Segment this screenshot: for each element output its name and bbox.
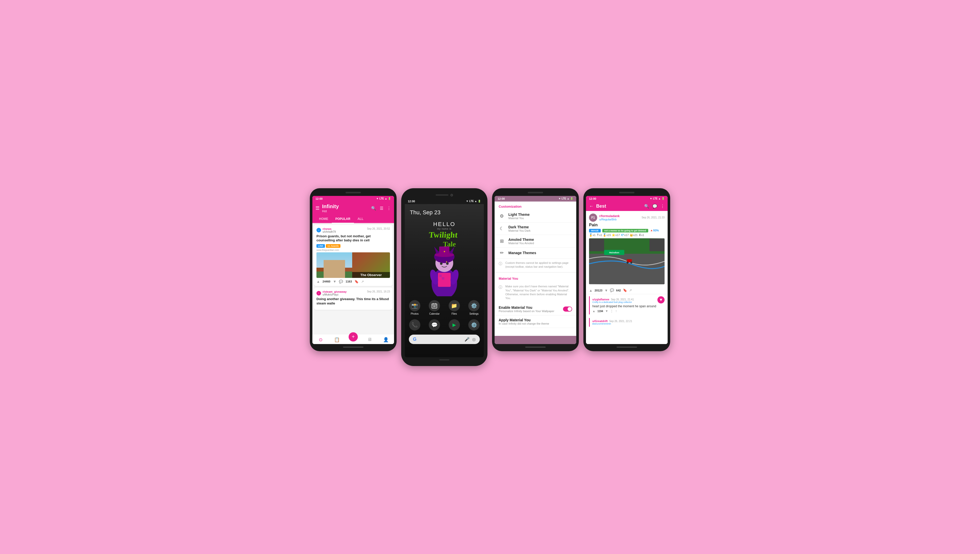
status-time-3: 12:00 xyxy=(498,197,505,200)
calendar-icon[interactable]: 23 xyxy=(429,300,440,311)
post-user-1[interactable]: u/chrisdh79 xyxy=(323,230,336,233)
comment-2: u/Greatdrift Sep 26, 2021, 22:21 BWOAHHH… xyxy=(589,318,665,327)
files-icon[interactable]: 📁 xyxy=(449,300,460,311)
comment-icon-1[interactable]: 💬 xyxy=(339,280,343,284)
status-bar-1: 12:00 ▼ LTE ▲ 🔋 xyxy=(312,196,394,201)
manage-themes-item[interactable]: ✏ Manage Themes xyxy=(495,247,576,259)
nav-home[interactable]: ⊙ xyxy=(312,336,329,343)
fab-button[interactable]: + xyxy=(348,332,358,342)
lens-icon[interactable]: ◎ xyxy=(472,337,476,342)
app-files[interactable]: 📁 Files xyxy=(449,300,460,315)
material-you-warning-text: Make sure you don't have themes named "M… xyxy=(505,284,572,300)
mic-icon[interactable]: 🎤 xyxy=(465,337,469,342)
svg-marker-5 xyxy=(434,246,439,253)
s4-bookmark-icon[interactable]: 🔖 xyxy=(623,288,627,292)
s1-toolbar: ☰ Infinity Hot 🔍 ☰ ⋮ xyxy=(312,201,394,215)
post-subreddit-2[interactable]: r/steam_giveaway xyxy=(323,290,347,293)
apply-material-you-item[interactable]: Apply Material You In case Infinity did … xyxy=(495,315,576,328)
comment-downvote-1[interactable]: ▼ xyxy=(605,309,608,313)
app-settings2[interactable]: ⚙️ xyxy=(468,319,479,330)
phone-speaker-1 xyxy=(345,192,361,193)
s4-post-header: F1 r/formuladank u/RegularBIrb Sep 26, 2… xyxy=(586,211,668,287)
app-messages[interactable]: 💬 xyxy=(429,319,440,330)
s1-content: r r/news u/chrisdh79 Sep 26, 2021, 20:52… xyxy=(312,223,394,334)
app-photos[interactable]: 📸 Photos xyxy=(409,300,420,315)
svg-rect-15 xyxy=(442,277,444,280)
status-time-2: 12:00 xyxy=(408,200,415,203)
play-icon[interactable]: ▶ xyxy=(449,319,460,330)
settings-icon-row1[interactable]: ⚙️ xyxy=(468,300,479,311)
manage-themes-text: Manage Themes xyxy=(508,251,572,255)
nav-screen[interactable]: 🖥 xyxy=(361,336,378,343)
speaker-top-2 xyxy=(436,194,449,196)
tab-popular[interactable]: POPULAR xyxy=(332,215,354,223)
tab-home[interactable]: HOME xyxy=(315,215,332,223)
search-icon[interactable]: 🔍 xyxy=(371,206,376,211)
comment-date-2: Sep 26, 2021, 22:21 xyxy=(609,320,632,323)
downvote-btn-1[interactable]: ▼ xyxy=(333,279,336,284)
phone-frame-4: 12:00 ▼ LTE ▲ 🔋 ← Best 🔍 💬 ⋮ F1 xyxy=(584,188,670,351)
tab-all[interactable]: ALL xyxy=(354,215,367,223)
s4-upvote-icon[interactable]: ▲ xyxy=(589,288,593,292)
google-search-bar[interactable]: G 🎤 ◎ xyxy=(409,335,480,344)
s4-search-icon[interactable]: 🔍 xyxy=(644,204,649,209)
phone-icon[interactable]: 📞 xyxy=(409,319,420,330)
comment-user-row-1: u/yglaflamee Sep 26, 2021, 21:41 xyxy=(592,298,657,301)
post-card-2[interactable]: r r/steam_giveaway u/MukrizPlayz Sep 26,… xyxy=(314,287,393,310)
app-play[interactable]: ▶ xyxy=(449,319,460,330)
settings-icon-row2[interactable]: ⚙️ xyxy=(468,319,479,330)
expand-replies-btn[interactable]: ▼ xyxy=(657,296,665,303)
filter-icon[interactable]: ☰ xyxy=(380,206,383,211)
camera-bar-2 xyxy=(436,194,453,196)
messages-icon[interactable]: 💬 xyxy=(429,319,440,330)
post-subreddit-1[interactable]: r/news xyxy=(323,227,336,230)
svg-text:Twilight: Twilight xyxy=(428,230,458,239)
app-settings[interactable]: ⚙️ Settings xyxy=(468,300,479,315)
divider-1 xyxy=(495,272,576,273)
amoled-theme-item[interactable]: ⊞ Amoled Theme Material You Amoled xyxy=(495,235,576,247)
material-you-warning-box: ⓘ Make sure you don't have themes named … xyxy=(495,282,576,303)
light-theme-item[interactable]: ⚙ Light Theme Material You xyxy=(495,210,576,222)
nav-posts[interactable]: 📋 xyxy=(329,336,345,343)
app-phone[interactable]: 📞 xyxy=(409,319,420,330)
comment-user-2[interactable]: u/Greatdrift xyxy=(592,319,608,323)
phone-screen-2: 12:00 ▼ LTE ▲ 🔋 Thu, Sep 23 HELLO my nam… xyxy=(405,198,484,357)
comment-user-1[interactable]: u/yglaflamee xyxy=(592,298,609,301)
material-you-toggle[interactable] xyxy=(563,307,572,311)
nav-profile[interactable]: 👤 xyxy=(378,336,394,343)
light-theme-title: Light Theme xyxy=(508,212,572,217)
back-icon[interactable]: ← xyxy=(589,204,593,209)
badge-percent: 🔺93% xyxy=(650,229,659,232)
s4-share-icon[interactable]: ↗ xyxy=(629,288,632,292)
s4-comments-icon[interactable]: 💬 xyxy=(652,204,657,209)
photos-icon[interactable]: 📸 xyxy=(409,300,420,311)
s4-more-icon[interactable]: ⋮ xyxy=(660,204,665,209)
comment-up-1[interactable]: ↑ xyxy=(615,309,617,313)
nav-fab[interactable]: + xyxy=(345,336,361,343)
status-time-4: 12:00 xyxy=(589,197,596,200)
post-card-1[interactable]: r r/news u/chrisdh79 Sep 26, 2021, 20:52… xyxy=(314,225,393,286)
more-icon[interactable]: ⋮ xyxy=(387,206,391,211)
share-icon-1[interactable]: ↗ xyxy=(361,280,364,284)
s4-comment-icon[interactable]: 💬 xyxy=(610,288,614,292)
bottom-nav-1: ⊙ 📋 + 🖥 👤 xyxy=(312,334,394,344)
comment-upvote-1[interactable]: ▲ xyxy=(592,309,595,313)
bookmark-icon-1[interactable]: 🔖 xyxy=(355,280,359,284)
enable-material-you-title: Enable Material You xyxy=(499,305,559,310)
moon-icon: ☾ xyxy=(499,226,505,231)
enable-material-you-item[interactable]: Enable Material You Personalize Infinity… xyxy=(495,303,576,315)
dark-theme-item[interactable]: ☾ Dark Theme Material You Dark xyxy=(495,222,576,235)
post-actions-1: ▲ 24460 ▼ 💬 1163 🔖 ↗ xyxy=(317,279,390,284)
status-bar-3: 12:00 ▼ LTE ▲ 🔋 xyxy=(495,196,576,201)
comment-more-1[interactable]: ⋮ xyxy=(610,309,613,313)
upvote-btn-1[interactable]: ▲ xyxy=(317,279,320,284)
s4-downvote-icon[interactable]: ▼ xyxy=(605,288,608,292)
character-svg: Twilight Tale xyxy=(414,222,475,296)
s4-badges: IMAGE not a meme so its going to get del… xyxy=(589,229,665,232)
app-calendar[interactable]: 23 Calendar xyxy=(429,300,440,315)
post-user-2[interactable]: u/MukrizPlayz xyxy=(323,293,347,296)
enable-material-you-subtitle: Personalize Infinity based on Your Wallp… xyxy=(499,310,559,313)
s4-subreddit[interactable]: r/formuladank xyxy=(599,214,620,218)
hamburger-icon[interactable]: ☰ xyxy=(315,205,320,211)
s4-user[interactable]: u/RegularBIrb xyxy=(599,218,620,221)
